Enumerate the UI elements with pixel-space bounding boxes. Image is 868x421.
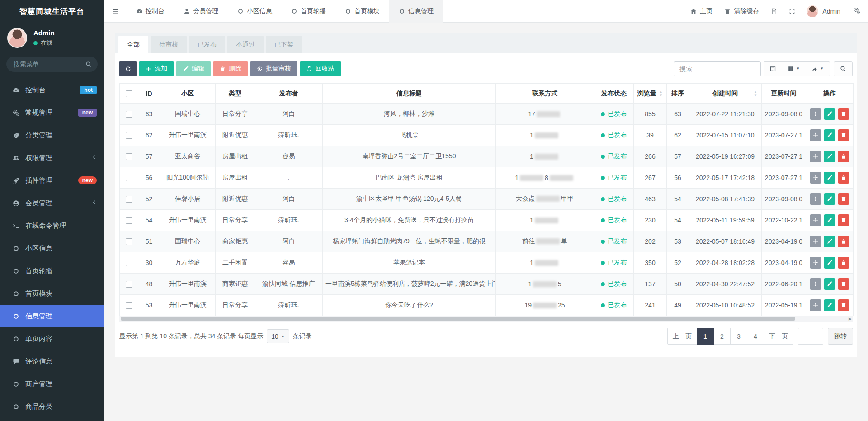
page-button-4[interactable]: 4 (747, 328, 764, 345)
page-button-2[interactable]: 2 (714, 328, 731, 345)
row-checkbox[interactable] (126, 153, 132, 160)
row-delete-button[interactable] (838, 278, 849, 290)
home-button[interactable]: 主页 (684, 0, 718, 23)
row-delete-button[interactable] (838, 172, 849, 184)
batch-audit-button[interactable]: 批量审核 (250, 61, 297, 76)
page-button-3[interactable]: 3 (731, 328, 747, 345)
row-checkbox[interactable] (126, 111, 132, 118)
row-edit-button[interactable] (824, 236, 835, 247)
row-checkbox[interactable] (126, 217, 132, 224)
add-button[interactable]: 添加 (139, 61, 174, 76)
row-delete-button[interactable] (838, 193, 849, 205)
row-edit-button[interactable] (824, 129, 835, 141)
col-created[interactable]: 创建时间▲▼ (689, 84, 762, 104)
row-delete-button[interactable] (838, 108, 849, 120)
hamburger-button[interactable] (104, 0, 127, 23)
row-checkbox[interactable] (126, 260, 132, 266)
sidebar-item-auth-manage[interactable]: 权限管理 (0, 147, 104, 169)
row-detail-button[interactable] (810, 236, 821, 247)
sidebar-item-single-page[interactable]: 单页内容 (0, 327, 104, 350)
table-search-input[interactable] (674, 61, 761, 76)
row-detail-button[interactable] (810, 299, 821, 311)
row-delete-button[interactable] (838, 257, 849, 269)
row-edit-button[interactable] (824, 257, 835, 269)
topbar-tab-banner[interactable]: 首页轮播 (282, 0, 335, 23)
docs-button[interactable] (765, 0, 783, 23)
topbar-tab-member-manage[interactable]: 会员管理 (174, 0, 228, 23)
search-button[interactable] (834, 61, 853, 76)
tab-all[interactable]: 全部 (118, 36, 148, 53)
row-detail-button[interactable] (810, 108, 821, 120)
page-button-1[interactable]: 1 (697, 328, 714, 345)
row-detail-button[interactable] (810, 193, 821, 205)
row-delete-button[interactable] (838, 214, 849, 226)
tab-offline[interactable]: 已下架 (266, 36, 302, 53)
sidebar-item-console[interactable]: 控制台hot (0, 79, 104, 101)
page-jump-button[interactable]: 跳转 (828, 328, 853, 345)
row-edit-button[interactable] (824, 214, 835, 226)
scroll-right-arrow-icon[interactable]: ▶ (849, 316, 852, 322)
row-detail-button[interactable] (810, 214, 821, 226)
page-jump-input[interactable] (798, 328, 823, 345)
sidebar-item-comment-info[interactable]: 评论信息 (0, 350, 104, 373)
sidebar-item-goods-category[interactable]: 商品分类 (0, 395, 104, 418)
sidebar-item-category-manage[interactable]: 分类管理 (0, 124, 104, 147)
sidebar-item-general-manage[interactable]: 常规管理new (0, 101, 104, 124)
sidebar-item-community-info[interactable]: 小区信息 (0, 237, 104, 260)
toggle-view-button[interactable] (764, 61, 782, 76)
row-checkbox[interactable] (126, 132, 132, 139)
topbar-tab-community-info[interactable]: 小区信息 (228, 0, 282, 23)
tab-pending[interactable]: 待审核 (151, 36, 187, 53)
col-views[interactable]: 浏览量▲▼ (634, 84, 667, 104)
tab-rejected[interactable]: 不通过 (227, 36, 264, 53)
row-edit-button[interactable] (824, 278, 835, 290)
fullscreen-button[interactable] (783, 0, 801, 23)
sidebar-item-merchant-manage[interactable]: 商户管理 (0, 373, 104, 395)
row-detail-button[interactable] (810, 129, 821, 141)
columns-button[interactable]: ▼ (782, 61, 806, 76)
col-checkbox[interactable] (120, 84, 138, 104)
row-edit-button[interactable] (824, 108, 835, 120)
next-page-button[interactable]: 下一页 (764, 328, 793, 345)
row-checkbox[interactable] (126, 175, 132, 181)
delete-button[interactable]: 删除 (213, 61, 248, 76)
sidebar-item-banner[interactable]: 首页轮播 (0, 260, 104, 282)
topbar-tab-home-module[interactable]: 首页模块 (335, 0, 389, 23)
export-button[interactable]: ▼ (806, 61, 830, 76)
row-edit-button[interactable] (824, 299, 835, 311)
row-detail-button[interactable] (810, 151, 821, 162)
scrollbar-thumb[interactable] (121, 317, 795, 321)
tab-published[interactable]: 已发布 (189, 36, 225, 53)
clear-cache-button[interactable]: 清除缓存 (718, 0, 765, 23)
row-edit-button[interactable] (824, 151, 835, 162)
sidebar-item-online-command[interactable]: 在线命令管理 (0, 214, 104, 237)
sidebar-item-home-module[interactable]: 首页模块 (0, 282, 104, 305)
row-edit-button[interactable] (824, 193, 835, 205)
row-detail-button[interactable] (810, 172, 821, 184)
row-detail-button[interactable] (810, 257, 821, 269)
sort-icon[interactable]: ▲▼ (754, 90, 757, 97)
row-delete-button[interactable] (838, 151, 849, 162)
user-menu[interactable]: Admin (801, 5, 846, 17)
row-detail-button[interactable] (810, 278, 821, 290)
row-checkbox[interactable] (126, 281, 132, 288)
sort-icon[interactable]: ▲▼ (659, 90, 663, 97)
row-delete-button[interactable] (838, 129, 849, 141)
row-delete-button[interactable] (838, 236, 849, 247)
select-all-checkbox[interactable] (126, 90, 132, 97)
row-checkbox[interactable] (126, 238, 132, 245)
row-checkbox[interactable] (126, 196, 132, 203)
page-size-select[interactable]: 10 ▲ (267, 329, 289, 343)
row-checkbox[interactable] (126, 302, 132, 309)
sidebar-item-addon-manage[interactable]: 插件管理new (0, 169, 104, 192)
edit-button[interactable]: 编辑 (176, 61, 211, 76)
row-delete-button[interactable] (838, 299, 849, 311)
topbar-tab-info-manage[interactable]: 信息管理 (389, 0, 443, 23)
sidebar-item-member-manage[interactable]: 会员管理 (0, 192, 104, 214)
refresh-button[interactable] (119, 61, 137, 76)
topbar-tab-console[interactable]: 控制台 (127, 0, 174, 23)
sidebar-search-input[interactable] (6, 57, 98, 72)
row-edit-button[interactable] (824, 172, 835, 184)
recycle-bin-button[interactable]: 回收站 (300, 61, 341, 76)
prev-page-button[interactable]: 上一页 (667, 328, 697, 345)
